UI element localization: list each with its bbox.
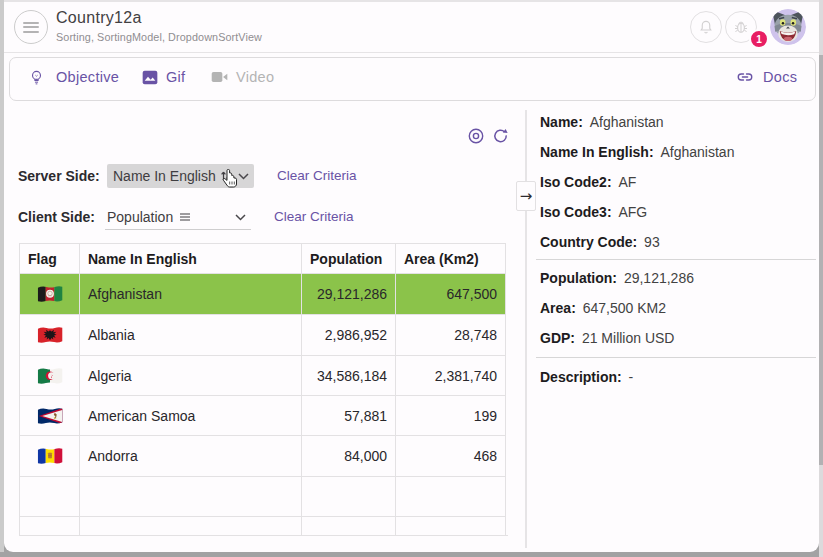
detail-value: 21 Million USD [582,330,675,346]
cell-population: 57,881 [302,396,396,436]
toolbar: Objective Gif Video Docs [9,57,816,101]
detail-label: Name In English: [540,144,654,160]
client-sort-dropdown[interactable]: Population [105,205,251,230]
panel-collapse-button[interactable]: → [516,181,536,211]
detail-label: Area: [540,300,576,316]
cell-name: Albania [80,315,302,356]
arrow-right-icon: → [520,187,533,205]
lightbulb-icon [28,69,45,86]
replay-button[interactable] [468,128,484,144]
gif-label: Gif [166,69,185,85]
detail-label: Population: [540,270,617,286]
detail-value: Afghanistan [590,114,664,130]
header-divider [4,52,819,53]
col-header-area[interactable]: Area (Km2) [396,244,506,274]
objective-label: Objective [56,69,119,85]
flag-albania [37,326,63,344]
bell-icon [697,18,715,36]
cell-population: 84,000 [302,436,396,477]
grid-header-row: Flag Name In English Population Area (Km… [20,244,506,274]
detail-field: Iso Code3: AFG [540,202,647,222]
cell-population [302,477,396,517]
detail-field: Area: 647,500 KM2 [540,298,666,318]
table-row[interactable]: Andorra84,000468 [20,436,506,477]
detail-value: AF [618,174,636,190]
table-row[interactable]: Algeria34,586,1842,381,740 [20,356,506,396]
scrollbar-thumb[interactable] [819,55,823,465]
table-row[interactable]: Albania2,986,95228,748 [20,315,506,356]
cell-population [302,517,396,537]
detail-field: Iso Code2: AF [540,172,636,192]
table-row[interactable] [20,477,506,517]
table-row[interactable]: American Samoa57,881199 [20,396,506,436]
cell-flag [20,274,80,315]
cell-population: 2,986,952 [302,315,396,356]
cell-name: Algeria [80,356,302,396]
client-sort-value: Population [107,209,173,225]
video-label: Video [236,69,274,85]
flag-afghanistan [37,285,63,303]
panel-divider [525,110,527,548]
cell-flag [20,477,80,517]
detail-value: 647,500 KM2 [583,300,666,316]
cell-area [396,477,506,517]
menu-button[interactable] [14,10,48,44]
gif-button[interactable]: Gif [142,58,185,96]
server-side-label: Server Side: [18,168,100,184]
client-clear-criteria-link[interactable]: Clear Criteria [274,209,354,224]
cell-flag [20,315,80,356]
detail-field: GDP: 21 Million USD [540,328,674,348]
notifications-button[interactable] [690,11,722,43]
cell-area: 28,748 [396,315,506,356]
refresh-icon [492,128,508,144]
docs-button[interactable]: Docs [735,58,797,96]
window-left-edge [0,0,4,552]
details-divider [536,357,816,358]
video-button[interactable]: Video [211,58,274,96]
cell-flag [20,436,80,477]
server-sort-value: Name In English [113,168,216,184]
server-clear-criteria-link[interactable]: Clear Criteria [277,168,357,183]
cell-area [396,517,506,537]
flag-andorra [37,447,63,465]
page-title: Country12a [56,9,142,27]
col-header-population[interactable]: Population [302,244,396,274]
bug-icon [732,18,750,36]
chevron-down-icon [238,173,249,180]
objective-button[interactable]: Objective [28,58,119,96]
cell-area: 647,500 [396,274,506,315]
detail-field: Name In English: Afghanistan [540,142,734,162]
menu-lines-icon [179,212,191,222]
cell-name [80,517,302,537]
flag-algeria [37,367,63,385]
cat-avatar-image [770,9,806,45]
avatar[interactable] [770,9,806,45]
flag-american-samoa [37,407,63,425]
detail-value: 93 [644,234,660,250]
refresh-button[interactable] [492,128,508,144]
cell-area: 468 [396,436,506,477]
cell-area: 199 [396,396,506,436]
cell-name: Andorra [80,436,302,477]
detail-field: Description: - [540,367,633,387]
table-row[interactable]: Afghanistan29,121,286647,500 [20,274,506,315]
notification-count-badge: 1 [749,29,769,49]
chevron-down-icon [235,214,246,221]
record-icon [468,128,484,144]
gif-icon [142,70,158,85]
col-header-flag[interactable]: Flag [20,244,80,274]
cell-flag [20,396,80,436]
table-row[interactable] [20,517,506,537]
countries-grid: Flag Name In English Population Area (Km… [19,243,508,536]
cell-flag [20,517,80,537]
detail-field: Population: 29,121,286 [540,268,694,288]
cell-name [80,477,302,517]
client-side-label: Client Side: [18,209,95,225]
link-icon [735,68,755,86]
details-divider [536,259,816,260]
col-header-name[interactable]: Name In English [80,244,302,274]
detail-value: AFG [618,204,647,220]
video-icon [211,70,228,84]
detail-value: - [629,369,634,385]
mouse-cursor [222,169,239,190]
